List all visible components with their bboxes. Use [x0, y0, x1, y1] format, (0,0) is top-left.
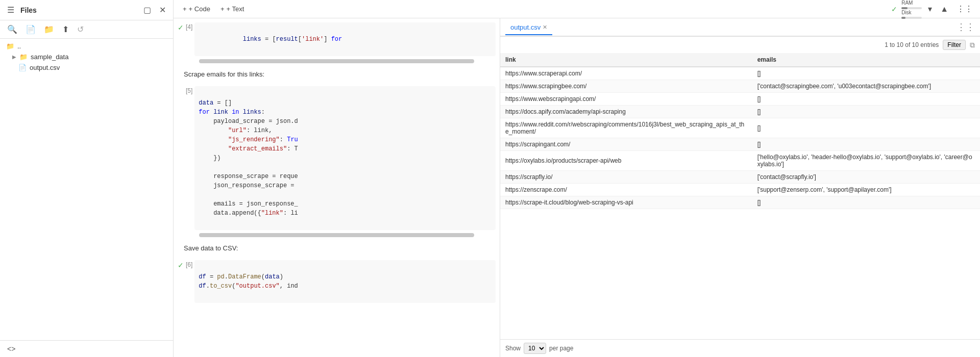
- cell-emails: []: [752, 93, 980, 106]
- table-row: https://docs.apify.com/academy/api-scrap…: [500, 106, 980, 118]
- sidebar-header-icons: ▢ ✕: [141, 4, 168, 16]
- filter-button[interactable]: Filter: [943, 40, 966, 50]
- per-page-label: per page: [549, 345, 573, 352]
- cell-emails: []: [752, 67, 980, 80]
- cell-5-code[interactable]: data = [] for link in links: payload_scr…: [194, 86, 496, 230]
- folder-icon-dotdot: 📁: [6, 42, 14, 50]
- file-item-sample-data[interactable]: ▶ 📁 sample_data: [0, 52, 173, 62]
- cell-emails: ['hello@oxylabs.io', 'header-hello@oxyla…: [752, 151, 980, 171]
- table-header-row: link emails: [500, 53, 980, 67]
- main-area: + + Code + + Text ✓ RAM Disk ▾ ▲ ⋮⋮: [174, 0, 980, 357]
- tab-output-csv-label: output.csv: [510, 23, 541, 31]
- search-icon[interactable]: 🔍: [5, 23, 19, 35]
- file-item-label: output.csv: [30, 64, 60, 71]
- show-label: Show: [505, 345, 521, 352]
- table-row: https://zenscrape.com/['support@zenserp.…: [500, 184, 980, 196]
- cell-6: ✓ [6] df = pd.DataFrame(data) df.to_csv(…: [174, 256, 500, 307]
- data-table-footer: Show 10 25 50 per page: [500, 339, 980, 357]
- file-item-dotdot[interactable]: 📁 ..: [0, 41, 173, 52]
- data-toolbar: 1 to 10 of 10 entries Filter ⧉: [500, 37, 980, 53]
- data-table-wrapper: link emails https://www.scraperapi.com/[…: [500, 53, 980, 339]
- new-folder-icon[interactable]: 📁: [42, 23, 56, 35]
- cell-emails: []: [752, 138, 980, 151]
- disk-label: Disk: [901, 9, 922, 16]
- sidebar-header: ☰ Files ▢ ✕: [0, 0, 173, 20]
- cell-link: https://www.scraperapi.com/: [500, 67, 752, 80]
- table-row: https://www.scraperapi.com/[]: [500, 67, 980, 80]
- file-item-label: sample_data: [31, 53, 68, 61]
- cell-5-scrollbar: [199, 233, 474, 237]
- more-tabs-icon[interactable]: ⋮⋮: [957, 21, 975, 33]
- close-icon[interactable]: ✕: [157, 4, 168, 16]
- cell-link: https://scrape-it.cloud/blog/web-scrapin…: [500, 196, 752, 209]
- cell-5-number: [5]: [186, 87, 192, 94]
- entries-info: 1 to 10 of 10 entries: [885, 41, 939, 48]
- copy-icon[interactable]: ⧉: [970, 41, 975, 49]
- cell-5-header: ✓ [5] data = [] for link in links: paylo…: [174, 84, 500, 232]
- cell-link: https://www.reddit.com/r/webscraping/com…: [500, 118, 752, 138]
- file-tree: 📁 .. ▶ 📁 sample_data 📄 output.csv: [0, 39, 173, 340]
- cell-5: ✓ [5] data = [] for link in links: paylo…: [174, 82, 500, 240]
- top-toolbar: + + Code + + Text ✓ RAM Disk ▾ ▲ ⋮⋮: [174, 0, 980, 18]
- col-header-link: link: [500, 53, 752, 67]
- sidebar-toolbar: 🔍 📄 📁 ⬆ ↺: [0, 20, 173, 39]
- ram-disk-info: RAM Disk: [901, 0, 922, 19]
- cell-emails: []: [752, 118, 980, 138]
- cell-link: https://www.scrapingbee.com/: [500, 80, 752, 93]
- dropdown-arrow-icon[interactable]: ▾: [926, 3, 934, 15]
- file-item-label: ..: [17, 42, 21, 50]
- collapse-icon[interactable]: ▲: [938, 4, 950, 15]
- code-sidebar-icon[interactable]: <>: [5, 344, 17, 354]
- cell-4-header: ✓ [4] links = [result['link'] for: [174, 20, 500, 58]
- cell-6-run-indicator: ✓: [178, 261, 184, 269]
- cell-link: https://zenscrape.com/: [500, 184, 752, 196]
- cell-link: https://www.webscrapingapi.com/: [500, 93, 752, 106]
- sidebar-menu-icon[interactable]: ☰: [5, 4, 16, 16]
- cell-emails: []: [752, 196, 980, 209]
- code-panel: ✓ [4] links = [result['link'] for Scrape…: [174, 18, 500, 357]
- cell-link: https://oxylabs.io/products/scraper-api/…: [500, 151, 752, 171]
- col-header-emails: emails: [752, 53, 980, 67]
- cell-emails: ['contact@scrapingbee.com', 'u003econtac…: [752, 80, 980, 93]
- refresh-off-icon[interactable]: ↺: [75, 23, 86, 35]
- cell-link: https://scrapingant.com/: [500, 138, 752, 151]
- data-table: link emails https://www.scraperapi.com/[…: [500, 53, 980, 209]
- add-text-button[interactable]: + + Text: [216, 3, 248, 15]
- more-options-icon[interactable]: ⋮⋮: [954, 3, 975, 15]
- text-scrape-emails: Scrape emails for this links:: [174, 66, 500, 82]
- upload-icon[interactable]: ⬆: [60, 23, 71, 35]
- chevron-right-icon: ▶: [12, 54, 16, 60]
- square-icon[interactable]: ▢: [141, 4, 153, 16]
- cell-link: https://docs.apify.com/academy/api-scrap…: [500, 106, 752, 118]
- file-item-output-csv[interactable]: 📄 output.csv: [0, 62, 173, 73]
- cell-4-code[interactable]: links = [result['link'] for: [194, 22, 496, 56]
- sidebar-title: Files: [20, 6, 37, 14]
- per-page-select[interactable]: 10 25 50: [524, 343, 546, 354]
- toolbar-right: ✓ RAM Disk ▾ ▲ ⋮⋮: [891, 0, 975, 19]
- new-file-icon[interactable]: 📄: [23, 23, 38, 35]
- tab-close-icon[interactable]: ✕: [543, 24, 547, 31]
- check-icon: ✓: [891, 5, 897, 13]
- text-save-label: Save data to CSV:: [184, 244, 238, 252]
- cell-6-number: [6]: [186, 261, 192, 268]
- table-row: https://www.reddit.com/r/webscraping/com…: [500, 118, 980, 138]
- text-scrape-label: Scrape emails for this links:: [184, 70, 264, 78]
- folder-icon-sample: 📁: [19, 53, 28, 61]
- plus-text-icon: +: [220, 5, 225, 13]
- text-save-data: Save data to CSV:: [174, 240, 500, 256]
- add-code-button[interactable]: + + Code: [179, 3, 214, 15]
- cell-emails: ['contact@scrapfly.io']: [752, 171, 980, 184]
- data-tabs: output.csv ✕ ⋮⋮: [500, 18, 980, 37]
- ram-label: RAM: [901, 0, 922, 6]
- tab-output-csv[interactable]: output.csv ✕: [505, 20, 552, 35]
- cell-link: https://scrapfly.io/: [500, 171, 752, 184]
- table-row: https://oxylabs.io/products/scraper-api/…: [500, 151, 980, 171]
- cell-6-code[interactable]: df = pd.DataFrame(data) df.to_csv("outpu…: [194, 260, 496, 303]
- content-area: ✓ [4] links = [result['link'] for Scrape…: [174, 18, 980, 357]
- cell-4-number: [4]: [186, 23, 192, 31]
- table-row: https://www.scrapingbee.com/['contact@sc…: [500, 80, 980, 93]
- table-row: https://scrapingant.com/[]: [500, 138, 980, 151]
- table-row: https://www.webscrapingapi.com/[]: [500, 93, 980, 106]
- cell-6-header: ✓ [6] df = pd.DataFrame(data) df.to_csv(…: [174, 258, 500, 305]
- code-btn-label: + Code: [189, 5, 210, 13]
